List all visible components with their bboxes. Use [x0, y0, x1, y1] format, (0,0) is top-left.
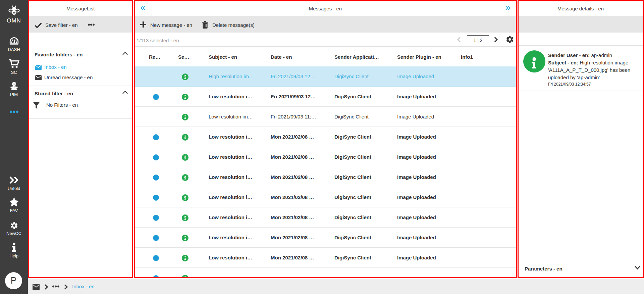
- svg-text:P: P: [13, 83, 15, 86]
